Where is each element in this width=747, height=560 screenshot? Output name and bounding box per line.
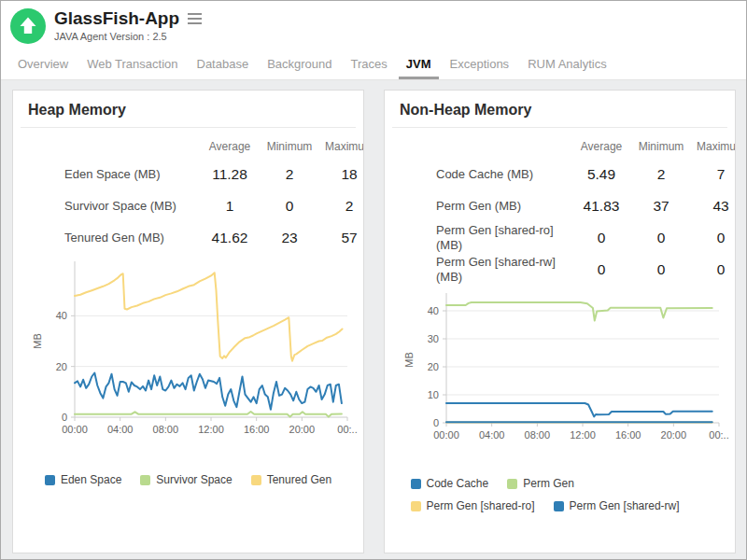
legend-swatch — [554, 501, 564, 511]
non-heap-stats-table: AverageMinimumMaximumCode Cache (MB)5.49… — [385, 135, 735, 286]
y-tick-label: 20 — [428, 361, 439, 372]
legend-swatch — [45, 475, 55, 485]
app-status-icon — [10, 8, 46, 44]
divider — [392, 127, 727, 128]
stat-value: 0 — [631, 230, 691, 246]
stat-value: 0 — [260, 198, 319, 215]
stat-value: 43 — [691, 198, 736, 215]
x-tick-label: 00:.. — [337, 424, 357, 435]
x-tick-label: 20:00 — [661, 429, 687, 441]
x-tick-label: 12:00 — [198, 424, 224, 435]
legend-item-survivor-space[interactable]: Survivor Space — [140, 473, 232, 486]
stat-label: Perm Gen (MB) — [436, 199, 571, 214]
stat-row-perm-gen-shared-rw-mb: Perm Gen [shared-rw] (MB)000 — [436, 254, 735, 286]
stat-value: 1 — [200, 198, 260, 215]
x-tick-label: 00:.. — [709, 429, 728, 441]
legend-item-perm-gen[interactable]: Perm Gen — [507, 477, 574, 490]
y-tick-label: 40 — [428, 305, 439, 316]
menu-icon[interactable] — [186, 11, 204, 26]
tab-database[interactable]: Database — [188, 53, 259, 79]
tab-exceptions[interactable]: Exceptions — [441, 53, 519, 79]
y-tick-label: 30 — [428, 333, 439, 344]
stat-row-survivor-space-mb: Survivor Space (MB)102 — [64, 190, 363, 222]
stat-value: 41.62 — [200, 230, 260, 246]
series-code-cache — [446, 403, 712, 416]
heap-memory-chart: 0204000:0004:0008:0012:0016:0020:0000:..… — [28, 256, 362, 447]
stat-value: 0 — [571, 230, 631, 246]
legend-swatch — [411, 479, 421, 489]
stat-value: 0 — [571, 261, 631, 278]
y-tick-label: 0 — [62, 412, 67, 423]
stat-value: 23 — [260, 230, 319, 246]
stat-row-tenured-gen-mb: Tenured Gen (MB)41.622357 — [64, 222, 363, 254]
stat-label: Survivor Space (MB) — [64, 199, 200, 214]
x-tick-label: 00:00 — [62, 424, 88, 435]
x-tick-label: 20:00 — [289, 424, 316, 435]
stat-value: 0 — [691, 261, 736, 278]
stat-value: 37 — [631, 198, 691, 215]
stat-value: 18 — [319, 166, 364, 183]
stat-row-eden-space-mb: Eden Space (MB)11.28218 — [64, 159, 363, 190]
x-tick-label: 08:00 — [153, 424, 179, 435]
stat-label: Perm Gen [shared-rw] (MB) — [436, 255, 571, 285]
y-axis-title: MB — [403, 352, 415, 368]
x-tick-label: 08:00 — [525, 429, 551, 441]
column-header-maximum: Maximum — [691, 140, 736, 153]
stat-row-code-cache-mb: Code Cache (MB)5.4927 — [436, 159, 735, 190]
legend-label: Survivor Space — [156, 473, 232, 486]
non-heap-memory-panel: Non-Heap Memory AverageMinimumMaximumCod… — [384, 90, 736, 553]
x-tick-label: 16:00 — [615, 429, 641, 441]
tab-web-transaction[interactable]: Web Transaction — [78, 53, 187, 79]
y-tick-label: 0 — [433, 417, 439, 428]
legend-item-code-cache[interactable]: Code Cache — [411, 477, 489, 490]
stat-label: Tenured Gen (MB) — [64, 231, 200, 245]
x-tick-label: 04:00 — [107, 424, 134, 435]
legend-item-perm-gen-shared-ro[interactable]: Perm Gen [shared-ro] — [411, 499, 535, 512]
agent-version: JAVA Agent Version : 2.5 — [54, 31, 204, 42]
tab-overview[interactable]: Overview — [8, 53, 78, 79]
y-tick-label: 20 — [56, 361, 67, 372]
stat-label: Eden Space (MB) — [64, 167, 200, 182]
column-header-average: Average — [571, 140, 631, 153]
title-block: GlassFish-App JAVA Agent Version : 2.5 — [54, 8, 204, 44]
legend-label: Tenured Gen — [267, 473, 331, 486]
legend-swatch — [251, 475, 261, 485]
stat-value: 2 — [319, 198, 364, 215]
non-heap-chart-legend: Code CachePerm GenPerm Gen [shared-ro]Pe… — [411, 477, 710, 512]
tab-bar: OverviewWeb TransactionDatabaseBackgroun… — [1, 44, 746, 80]
tab-background[interactable]: Background — [258, 53, 341, 79]
column-header-maximum: Maximum — [319, 140, 364, 153]
series-survivor-space — [75, 412, 342, 417]
legend-swatch — [411, 501, 421, 511]
column-header-minimum: Minimum — [260, 140, 319, 153]
legend-item-tenured-gen[interactable]: Tenured Gen — [251, 473, 331, 486]
legend-swatch — [140, 475, 150, 485]
legend-label: Perm Gen — [523, 477, 574, 490]
series-eden-space — [75, 373, 342, 410]
stat-row-perm-gen-shared-ro-mb: Perm Gen [shared-ro] (MB)000 — [436, 222, 735, 254]
tab-rum-analytics[interactable]: RUM Analytics — [518, 53, 616, 79]
x-tick-label: 16:00 — [244, 424, 270, 435]
heap-chart-legend: Eden SpaceSurvivor SpaceTenured Gen — [13, 473, 363, 486]
x-tick-label: 04:00 — [479, 429, 505, 441]
main-content: Heap Memory AverageMinimumMaximumEden Sp… — [1, 80, 746, 560]
stats-header-row: AverageMinimumMaximum — [64, 135, 363, 158]
legend-label: Perm Gen [shared-rw] — [570, 499, 680, 512]
legend-swatch — [507, 479, 517, 489]
stat-value: 7 — [691, 166, 736, 183]
legend-item-eden-space[interactable]: Eden Space — [45, 473, 121, 486]
legend-label: Eden Space — [61, 473, 121, 486]
y-tick-label: 10 — [428, 389, 439, 400]
legend-item-perm-gen-shared-rw[interactable]: Perm Gen [shared-rw] — [554, 499, 680, 512]
stat-value: 0 — [631, 261, 691, 278]
heap-stats-table: AverageMinimumMaximumEden Space (MB)11.2… — [13, 135, 363, 254]
stat-value: 41.83 — [571, 198, 631, 215]
legend-label: Perm Gen [shared-ro] — [427, 499, 535, 512]
stat-label: Perm Gen [shared-ro] (MB) — [436, 223, 571, 253]
tab-traces[interactable]: Traces — [342, 53, 397, 79]
legend-label: Code Cache — [427, 477, 489, 490]
tab-jvm[interactable]: JVM — [397, 53, 441, 79]
app-window: GlassFish-App JAVA Agent Version : 2.5 O… — [0, 0, 747, 560]
y-axis-title: MB — [32, 333, 43, 349]
series-perm-gen — [446, 302, 712, 321]
